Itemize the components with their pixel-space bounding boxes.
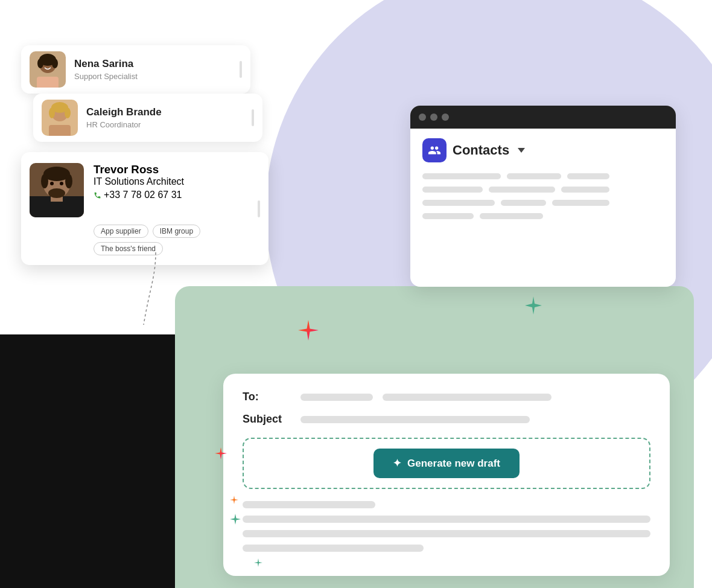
- skeleton-row-2: [422, 187, 664, 193]
- skeleton-bar: [480, 213, 543, 219]
- contacts-icon: [422, 138, 447, 162]
- contact-name-caleigh: Caleigh Brande: [86, 106, 162, 118]
- email-body-skeleton-4: [243, 545, 424, 552]
- sparkle-teal-small-2: [253, 558, 263, 570]
- contact-card-3-inner: Trevor Ross IT Solutions Architect +33 7…: [21, 163, 258, 217]
- contact-name-trevor: Trevor Ross: [94, 163, 258, 176]
- svg-rect-9: [49, 125, 71, 136]
- contacts-window-body: Contacts: [410, 129, 676, 236]
- email-subject-row: Subject: [243, 413, 650, 426]
- contacts-chevron-icon: [518, 148, 525, 153]
- sparkle-orange-small: [214, 447, 227, 462]
- generate-btn-container: ✦ Generate new draft: [243, 438, 650, 489]
- skeleton-bar: [422, 173, 501, 179]
- contact-phone-number: +33 7 78 02 67 31: [104, 190, 182, 200]
- tag-ibm-group[interactable]: IBM group: [153, 225, 200, 238]
- contact-name-nena: Nena Sarina: [74, 58, 138, 70]
- titlebar-dot-3: [442, 113, 449, 121]
- email-subject-label: Subject: [243, 413, 291, 426]
- skeleton-bar: [552, 200, 609, 206]
- contact-info-caleigh: Caleigh Brande HR Coordinator: [86, 106, 162, 129]
- titlebar-dot-2: [430, 113, 437, 121]
- sparkle-orange-large: [297, 319, 320, 344]
- contacts-title: Contacts: [453, 142, 509, 158]
- email-compose-card: To: Subject ✦ Generate new draft: [223, 374, 670, 576]
- svg-point-7: [49, 107, 55, 118]
- svg-point-14: [41, 174, 48, 188]
- contacts-header: Contacts: [422, 138, 664, 162]
- skeleton-bar: [567, 173, 609, 179]
- contact-card-caleigh[interactable]: Caleigh Brande HR Coordinator: [33, 94, 262, 142]
- contact-role-caleigh: HR Coordinator: [86, 120, 162, 129]
- connector-line: [138, 252, 234, 325]
- sparkle-btn-icon: ✦: [393, 457, 401, 470]
- sparkle-teal-large: [524, 296, 543, 318]
- email-body-skeleton-3: [243, 530, 650, 537]
- contact-role-nena: Support Specialist: [74, 72, 138, 81]
- email-to-skeleton-1: [300, 394, 373, 401]
- skeleton-bar: [561, 187, 609, 193]
- sparkle-teal-small: [229, 513, 241, 528]
- tag-app-supplier[interactable]: App supplier: [94, 225, 148, 238]
- skeleton-bar: [507, 173, 561, 179]
- svg-point-16: [48, 188, 65, 198]
- generate-btn-label: Generate new draft: [407, 458, 500, 470]
- contact-card-trevor[interactable]: Trevor Ross IT Solutions Architect +33 7…: [21, 152, 269, 265]
- scroll-indicator: [240, 61, 242, 78]
- contact-role-trevor: IT Solutions Architect: [94, 176, 258, 187]
- skeleton-row-4: [422, 213, 664, 219]
- email-subject-skeleton: [300, 416, 530, 423]
- skeleton-bar: [422, 187, 483, 193]
- contact-card-nena[interactable]: Nena Sarina Support Specialist: [21, 45, 250, 94]
- email-to-row: To:: [243, 391, 650, 403]
- contacts-window: Contacts: [410, 106, 676, 287]
- contact-info-trevor: Trevor Ross IT Solutions Architect +33 7…: [94, 163, 258, 200]
- skeleton-row-3: [422, 200, 664, 206]
- svg-point-8: [65, 107, 71, 118]
- generate-new-draft-button[interactable]: ✦ Generate new draft: [373, 449, 520, 478]
- titlebar-dot-1: [419, 113, 426, 121]
- window-titlebar: [410, 106, 676, 129]
- skeleton-bar: [422, 200, 495, 206]
- email-body-skeleton-2: [243, 516, 650, 523]
- contact-info-nena: Nena Sarina Support Specialist: [74, 58, 138, 80]
- svg-point-15: [65, 174, 72, 188]
- skeleton-bar: [489, 187, 555, 193]
- svg-point-3: [52, 59, 58, 68]
- email-to-label: To:: [243, 391, 291, 403]
- scroll-indicator-3: [258, 200, 260, 217]
- email-to-skeleton-2: [383, 394, 551, 401]
- svg-point-18: [60, 182, 63, 185]
- skeleton-row-1: [422, 173, 664, 179]
- contact-phone-trevor: +33 7 78 02 67 31: [94, 190, 258, 200]
- scroll-indicator-2: [252, 109, 254, 126]
- email-body-skeleton-1: [243, 501, 375, 508]
- svg-point-2: [37, 59, 43, 68]
- svg-point-17: [50, 182, 54, 185]
- sparkle-orange-xs: [229, 495, 239, 507]
- skeleton-bar: [501, 200, 546, 206]
- tags-row: App supplier IBM group The boss's friend: [21, 225, 258, 255]
- svg-rect-4: [37, 77, 59, 88]
- skeleton-bar: [422, 213, 474, 219]
